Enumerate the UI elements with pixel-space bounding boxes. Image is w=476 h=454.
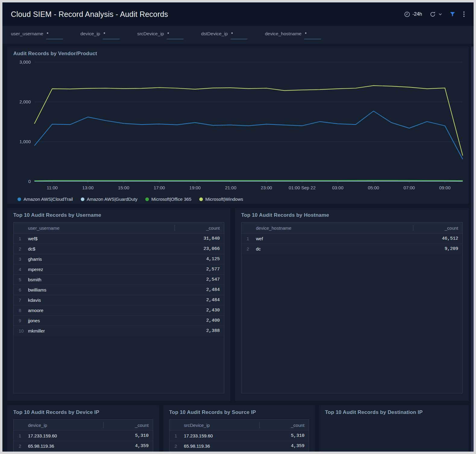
filter-input[interactable]: * bbox=[103, 31, 120, 39]
row-index: 7 bbox=[14, 295, 28, 305]
row-index: 2 bbox=[14, 244, 28, 254]
row-count: 2,388 bbox=[175, 326, 224, 336]
middle-row: Top 10 Audit Records by Username user_us… bbox=[7, 208, 469, 401]
row-index: 3 bbox=[14, 451, 28, 452]
svg-text:3,000: 3,000 bbox=[19, 59, 31, 65]
filter-input[interactable]: * bbox=[304, 31, 321, 39]
filter-input[interactable]: * bbox=[167, 31, 184, 39]
row-count: 23,066 bbox=[175, 244, 224, 254]
legend-item[interactable]: Amazon AWS|CloudTrail bbox=[17, 197, 73, 202]
kebab-menu-button[interactable] bbox=[463, 11, 465, 17]
svg-text:23:00: 23:00 bbox=[261, 185, 272, 190]
time-range-control[interactable]: -24h bbox=[404, 11, 422, 17]
panel-title: Audit Records by Vendor/Product bbox=[13, 51, 463, 57]
legend-item[interactable]: Amazon AWS|GuardDuty bbox=[81, 197, 137, 202]
filter-button[interactable] bbox=[449, 11, 456, 17]
table-row[interactable]: 2dc$23,066 bbox=[14, 244, 224, 254]
row-value: 17.233.159.60 bbox=[184, 431, 259, 441]
table-row[interactable]: 8amoore2,430 bbox=[14, 305, 224, 316]
panel-hostname: Top 10 Audit Records by Hostname device_… bbox=[235, 208, 469, 401]
table-row[interactable]: 9jjones2,400 bbox=[14, 316, 224, 326]
page-title: Cloud SIEM - Record Analysis - Audit Rec… bbox=[11, 10, 168, 19]
svg-text:1,000: 1,000 bbox=[19, 139, 31, 144]
row-count: 5,310 bbox=[103, 431, 153, 441]
table-row[interactable]: 265.98.119.364,359 bbox=[169, 441, 309, 451]
panel-title: Top 10 Audit Records by Destination IP bbox=[325, 409, 463, 415]
row-count: 4,125 bbox=[175, 254, 224, 264]
refresh-control[interactable] bbox=[429, 11, 442, 18]
column-header[interactable]: srcDevice_ip bbox=[184, 420, 259, 431]
table-row[interactable]: 265.98.119.364,359 bbox=[14, 441, 153, 451]
row-index: 6 bbox=[14, 285, 28, 295]
chart-legend: Amazon AWS|CloudTrailAmazon AWS|GuardDut… bbox=[13, 195, 463, 202]
table-row[interactable]: 3110.167.149.2374,137 bbox=[169, 451, 309, 452]
bottom-row: Top 10 Audit Records by Device IP device… bbox=[7, 405, 469, 452]
row-count: 2,577 bbox=[175, 264, 224, 275]
svg-text:21:00: 21:00 bbox=[225, 185, 237, 190]
legend-item[interactable]: Microsoft|Office 365 bbox=[145, 197, 191, 202]
filter-label: device_ip bbox=[80, 31, 100, 36]
row-value: 17.233.159.60 bbox=[28, 431, 103, 441]
row-value: mkmiller bbox=[28, 326, 175, 336]
chart-svg: 01,0002,0003,00011:0013:0015:0017:0019:0… bbox=[13, 58, 467, 194]
vertical-scrollbar[interactable] bbox=[471, 46, 474, 452]
legend-dot bbox=[17, 197, 21, 201]
column-header[interactable]: _count bbox=[259, 420, 309, 431]
row-index: 1 bbox=[169, 431, 184, 441]
row-value: bwilliams bbox=[28, 285, 175, 295]
svg-text:09:00: 09:00 bbox=[439, 185, 451, 190]
row-value: 65.98.119.36 bbox=[28, 441, 103, 451]
column-header[interactable]: user_username bbox=[28, 222, 175, 234]
scrollbar-thumb[interactable] bbox=[471, 46, 473, 452]
table-row[interactable]: 1wef$31,840 bbox=[14, 234, 224, 244]
row-count: 2,400 bbox=[175, 316, 224, 326]
column-header[interactable]: device_hostname bbox=[256, 222, 413, 234]
hostname-table: device_hostname _count 1wef46,5122dc9,20… bbox=[241, 222, 463, 393]
row-index: 2 bbox=[14, 441, 28, 451]
filter-user-username: user_username * bbox=[11, 31, 63, 39]
filter-input[interactable]: * bbox=[46, 31, 63, 39]
row-value: jjones bbox=[28, 316, 175, 326]
legend-item[interactable]: Microsoft|Windows bbox=[199, 197, 243, 202]
table-row[interactable]: 3gharris4,125 bbox=[14, 254, 224, 264]
row-value: dc$ bbox=[28, 244, 175, 254]
row-count: 5,310 bbox=[259, 431, 309, 441]
filter-device-hostname: device_hostname * bbox=[265, 31, 321, 39]
column-header[interactable]: _count bbox=[103, 420, 153, 431]
table-row[interactable]: 117.233.159.605,310 bbox=[14, 431, 153, 441]
filter-input[interactable]: * bbox=[231, 31, 247, 39]
row-index: 8 bbox=[14, 305, 28, 316]
table-row[interactable]: 117.233.159.605,310 bbox=[169, 431, 309, 441]
filter-label: device_hostname bbox=[265, 31, 302, 36]
column-header[interactable]: _count bbox=[175, 222, 224, 234]
table-row[interactable]: 10mkmiller2,388 bbox=[14, 326, 224, 336]
row-index: 4 bbox=[14, 264, 28, 275]
device-ip-table: device_ip _count 117.233.159.605,310265.… bbox=[13, 419, 153, 452]
table-row[interactable]: 7kdavis2,484 bbox=[14, 295, 224, 305]
filter-label: srcDevice_ip bbox=[137, 31, 164, 36]
panel-title: Top 10 Audit Records by Username bbox=[13, 212, 224, 218]
column-header[interactable]: device_ip bbox=[28, 420, 103, 431]
panel-username: Top 10 Audit Records by Username user_us… bbox=[7, 208, 230, 401]
table-row[interactable]: 5bsmith2,547 bbox=[14, 275, 224, 285]
filter-funnel-icon bbox=[449, 11, 456, 17]
table-row[interactable]: 6bwilliams2,484 bbox=[14, 285, 224, 295]
filter-bar: user_username * device_ip * srcDevice_ip… bbox=[2, 26, 474, 44]
legend-label: Microsoft|Office 365 bbox=[151, 197, 191, 202]
row-value: mperez bbox=[28, 264, 175, 275]
table-row[interactable]: 2dc9,209 bbox=[241, 244, 462, 254]
row-value: 110.167.149.237 bbox=[184, 451, 259, 452]
row-value: wef$ bbox=[28, 234, 175, 244]
dashboard-root: Cloud SIEM - Record Analysis - Audit Rec… bbox=[2, 2, 474, 452]
username-table: user_username _count 1wef$31,8402dc$23,0… bbox=[13, 222, 224, 393]
column-header[interactable]: _count bbox=[413, 222, 462, 234]
table-row[interactable]: 1wef46,512 bbox=[241, 234, 462, 244]
table-row[interactable]: 3110.167.149.2374,137 bbox=[14, 451, 153, 452]
header-controls: -24h bbox=[404, 11, 465, 18]
row-count: 2,484 bbox=[175, 295, 224, 305]
svg-text:15:00: 15:00 bbox=[118, 185, 129, 190]
table-row[interactable]: 4mperez2,577 bbox=[14, 264, 224, 275]
chevron-down-icon bbox=[438, 12, 442, 16]
svg-text:13:00: 13:00 bbox=[82, 185, 94, 190]
vendor-product-line-chart[interactable]: 01,0002,0003,00011:0013:0015:0017:0019:0… bbox=[13, 58, 463, 195]
